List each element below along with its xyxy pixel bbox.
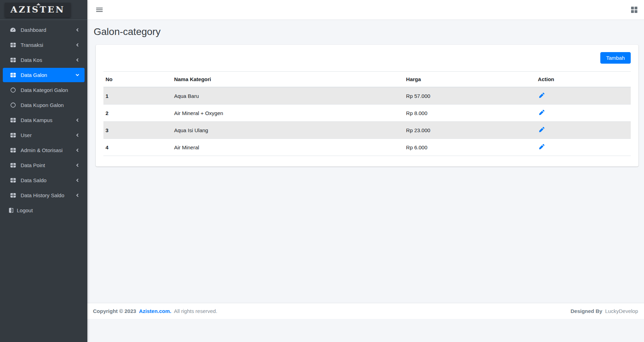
sidebar-item-data-kampus[interactable]: Data Kampus — [3, 113, 85, 127]
sidebar-item-label: Logout — [17, 207, 80, 213]
table-row: 2 Air Mineral + Oxygen Rp 8.000 — [103, 105, 631, 122]
sidebar-item-label: Data History Saldo — [21, 192, 75, 198]
main-area: Galon-category Tambah No Nama Kategori H… — [87, 0, 644, 342]
pencil-icon — [539, 94, 544, 99]
sidebar-item-data-saldo[interactable]: Data Saldo — [3, 173, 85, 187]
cell-name: Air Mineral — [172, 139, 404, 156]
category-card: Tambah No Nama Kategori Harga Action 1 A… — [96, 45, 638, 166]
sidebar-item-data-kos[interactable]: Data Kos — [3, 53, 85, 67]
sidebar-item-data-kupon-galon[interactable]: Data Kupon Galon — [3, 98, 85, 112]
sidebar-item-label: Transaksi — [21, 42, 75, 48]
sidebar-item-data-history-saldo[interactable]: Data History Saldo — [3, 188, 85, 202]
sidebar-item-label: Data Kupon Galon — [21, 102, 80, 108]
chevron-left-icon — [75, 58, 80, 62]
sidebar-item-label: Data Kategori Galon — [21, 87, 80, 93]
page-background — [87, 319, 644, 342]
sidebar-toggle-hamburger-icon[interactable] — [96, 7, 103, 13]
designer-name: LuckyDevelop — [605, 308, 638, 314]
tachometer-icon — [9, 27, 17, 33]
pencil-icon — [539, 145, 544, 150]
circle-icon — [9, 102, 17, 108]
cell-name: Air Mineral + Oxygen — [172, 105, 404, 122]
sidebar-item-logout[interactable]: Logout — [3, 203, 85, 218]
table-icon — [9, 72, 17, 78]
cell-no: 3 — [103, 122, 172, 139]
chevron-left-icon — [75, 193, 80, 197]
content: Galon-category Tambah No Nama Kategori H… — [87, 20, 644, 303]
footer-designed-by: Designed By LuckyDevelop — [571, 308, 638, 314]
tambah-button[interactable]: Tambah — [600, 52, 631, 64]
table-row: 4 Air Mineral Rp 6.000 — [103, 139, 631, 156]
cell-price: Rp 57.000 — [404, 87, 536, 105]
table-icon — [9, 117, 17, 123]
sidebar-item-data-kategori-galon[interactable]: Data Kategori Galon — [3, 83, 85, 97]
sidebar-item-label: Data Kampus — [21, 117, 75, 123]
card-toolbar: Tambah — [103, 52, 631, 64]
footer: Copyright © 2023 Azisten.com. All rights… — [87, 303, 644, 319]
chevron-left-icon — [75, 178, 80, 182]
sidebar: AZISTEN Dashboard Transaksi — [0, 0, 87, 342]
table-icon — [9, 147, 17, 153]
sidebar-item-label: Dashboard — [21, 27, 75, 33]
sidebar-item-label: Data Galon — [21, 72, 75, 78]
chevron-left-icon — [75, 118, 80, 122]
sidebar-item-label: Data Point — [21, 162, 75, 168]
header-name: Nama Kategori — [172, 72, 404, 87]
chevron-left-icon — [75, 163, 80, 167]
grid-apps-icon[interactable] — [631, 7, 637, 13]
azisten-link[interactable]: Azisten.com. — [139, 308, 172, 314]
cell-name: Aqua Baru — [172, 87, 404, 105]
sidebar-item-transaksi[interactable]: Transaksi — [3, 38, 85, 52]
sidebar-item-label: User — [21, 132, 75, 138]
cell-no: 1 — [103, 87, 172, 105]
sidebar-nav: Dashboard Transaksi Data Kos — [0, 20, 87, 221]
sidebar-item-label: Data Saldo — [21, 177, 75, 183]
brand-name: AZISTEN — [10, 5, 65, 15]
table-icon — [9, 162, 17, 168]
chevron-left-icon — [75, 133, 80, 137]
cell-price: Rp 6.000 — [404, 139, 536, 156]
category-table: No Nama Kategori Harga Action 1 Aqua Bar… — [103, 71, 631, 156]
table-header-row: No Nama Kategori Harga Action — [103, 72, 631, 87]
footer-copyright: Copyright © 2023 Azisten.com. All rights… — [93, 308, 217, 314]
table-row: 1 Aqua Baru Rp 57.000 — [103, 87, 631, 105]
designed-by-label: Designed By — [571, 308, 602, 314]
brand-logo[interactable]: AZISTEN — [0, 0, 87, 20]
chevron-left-icon — [75, 28, 80, 32]
chevron-down-icon — [75, 73, 80, 77]
cell-price: Rp 8.000 — [404, 105, 536, 122]
chevron-left-icon — [75, 43, 80, 47]
circle-icon — [9, 87, 17, 93]
topbar — [87, 0, 644, 20]
pencil-icon — [539, 128, 544, 133]
sidebar-item-dashboard[interactable]: Dashboard — [3, 23, 85, 37]
edit-button[interactable] — [538, 126, 546, 134]
sidebar-item-data-point[interactable]: Data Point — [3, 158, 85, 172]
table-icon — [9, 177, 17, 183]
logo-house-icon — [36, 3, 41, 5]
header-no: No — [103, 72, 172, 87]
sidebar-item-user[interactable]: User — [3, 128, 85, 142]
sidebar-item-admin-otorisasi[interactable]: Admin & Otorisasi — [3, 143, 85, 157]
edit-button[interactable] — [538, 143, 546, 151]
header-action: Action — [536, 72, 631, 87]
header-price: Harga — [404, 72, 536, 87]
table-icon — [9, 192, 17, 198]
table-icon — [9, 132, 17, 138]
page-title: Galon-category — [94, 26, 638, 37]
door-open-icon — [7, 207, 15, 214]
pencil-icon — [539, 111, 544, 116]
sidebar-item-label: Data Kos — [21, 57, 75, 63]
sidebar-item-data-galon[interactable]: Data Galon — [3, 68, 85, 82]
sidebar-item-label: Admin & Otorisasi — [21, 147, 75, 153]
table-icon — [9, 57, 17, 63]
rights-text: All rights reserved. — [174, 308, 217, 314]
copyright-text: Copyright © 2023 — [93, 308, 136, 314]
edit-button[interactable] — [538, 109, 546, 117]
cell-no: 2 — [103, 105, 172, 122]
cell-name: Aqua Isi Ulang — [172, 122, 404, 139]
edit-button[interactable] — [538, 92, 546, 100]
chevron-left-icon — [75, 148, 80, 152]
logo-box: AZISTEN — [5, 3, 71, 17]
table-row: 3 Aqua Isi Ulang Rp 23.000 — [103, 122, 631, 139]
